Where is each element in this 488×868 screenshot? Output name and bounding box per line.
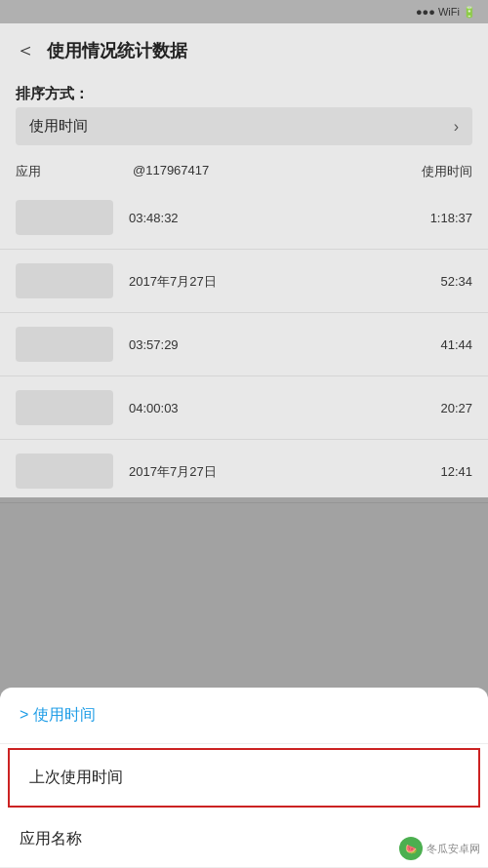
- header: ＜ 使用情况统计数据: [0, 23, 488, 77]
- table-row[interactable]: 2017年7月27日 12:41: [0, 440, 488, 503]
- app-usage-1: 1:18:37: [404, 211, 472, 225]
- status-bar: ●●● WiFi 🔋: [0, 0, 488, 23]
- col-header-app: 应用: [16, 163, 133, 180]
- back-button[interactable]: ＜: [16, 37, 35, 63]
- app-date-5: 2017年7月27日: [129, 464, 217, 479]
- sort-selector-text: 使用时间: [29, 117, 88, 136]
- app-info-2: 2017年7月27日: [129, 272, 404, 291]
- app-usage-3: 41:44: [404, 337, 472, 352]
- app-usage-2: 52:34: [404, 274, 472, 289]
- dropdown-item-last-used[interactable]: 上次使用时间: [8, 748, 480, 808]
- app-date-2: 2017年7月27日: [129, 274, 217, 289]
- table-header: 应用 @117967417 使用时间: [0, 157, 488, 186]
- col-header-date: @117967417: [133, 163, 394, 180]
- app-usage-5: 12:41: [404, 464, 472, 479]
- sort-section: 排序方式： 使用时间 ›: [0, 77, 488, 157]
- dropdown-item-usage-time[interactable]: 使用时间: [0, 688, 488, 744]
- watermark-icon: 🍉: [399, 837, 423, 860]
- sort-label: 排序方式：: [16, 85, 472, 103]
- sort-selector-arrow-icon: ›: [454, 118, 459, 136]
- app-info-5: 2017年7月27日: [129, 462, 404, 481]
- app-icon-4: [16, 390, 113, 425]
- app-info-4: 04:00:03: [129, 399, 404, 416]
- app-info-3: 03:57:29: [129, 335, 404, 353]
- sort-selector[interactable]: 使用时间 ›: [16, 107, 472, 145]
- watermark: 🍉 冬瓜安卓网: [399, 837, 480, 860]
- dropdown-item-last-used-label: 上次使用时间: [29, 769, 123, 785]
- page-title: 使用情况统计数据: [47, 39, 187, 62]
- app-date-3: 03:57:29: [129, 337, 179, 352]
- main-content: ＜ 使用情况统计数据 排序方式： 使用时间 › 应用 @117967417 使用…: [0, 23, 488, 868]
- watermark-text: 冬瓜安卓网: [427, 842, 480, 856]
- table-row[interactable]: 2017年7月27日 52:34: [0, 250, 488, 313]
- app-icon-2: [16, 263, 113, 298]
- dropdown-overlay: 使用时间 上次使用时间 应用名称: [0, 497, 488, 868]
- table-row[interactable]: 03:48:32 1:18:37: [0, 186, 488, 250]
- app-usage-4: 20:27: [404, 401, 472, 415]
- dropdown-item-usage-time-label: 使用时间: [33, 706, 96, 723]
- table-row[interactable]: 04:00:03 20:27: [0, 376, 488, 440]
- app-icon-1: [16, 200, 113, 235]
- table-row[interactable]: 03:57:29 41:44: [0, 313, 488, 376]
- col-header-time: 使用时间: [394, 163, 472, 180]
- app-info-1: 03:48:32: [129, 209, 404, 226]
- app-date-4: 04:00:03: [129, 401, 179, 415]
- app-date-1: 03:48:32: [129, 211, 179, 225]
- dropdown-item-app-name-label: 应用名称: [20, 830, 82, 847]
- app-icon-5: [16, 454, 113, 489]
- app-list: 03:48:32 1:18:37 2017年7月27日 52:34 03:57:…: [0, 186, 488, 503]
- app-icon-3: [16, 327, 113, 362]
